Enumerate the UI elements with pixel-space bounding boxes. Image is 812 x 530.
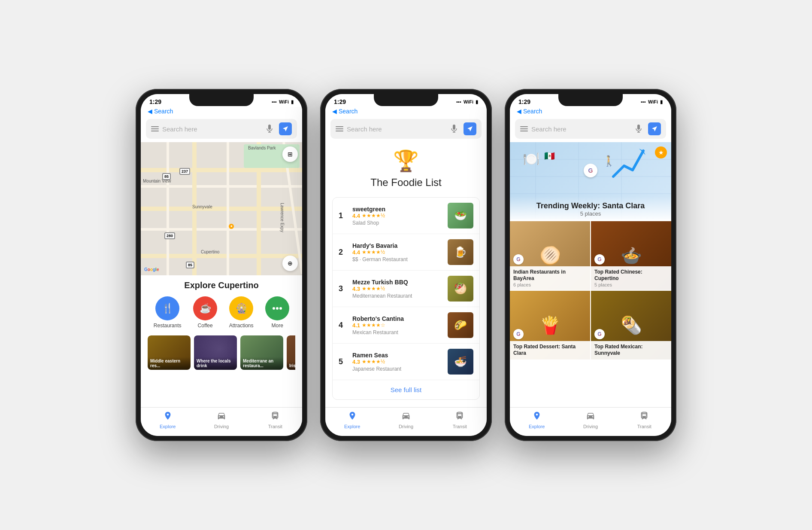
- grid-card-title-4: Top Rated Mexican: Sunnyvale: [594, 344, 668, 357]
- attractions-icon: 🎡: [229, 296, 253, 320]
- google-logo-1: Google: [144, 267, 159, 272]
- map-area-1[interactable]: Bavlands Park Mountain View Sunnyvale Cu…: [141, 142, 302, 275]
- road-h2: [141, 185, 302, 188]
- map-layers-btn-1[interactable]: ⊞: [282, 146, 298, 162]
- explore-title-1: Explore Cupertino: [148, 280, 295, 290]
- food-name-2: Hardy's Bavaria: [352, 242, 442, 249]
- directions-icon-2[interactable]: [464, 122, 476, 135]
- category-attractions[interactable]: 🎡 Attractions: [229, 296, 254, 329]
- wifi-icon-2: WiFi: [464, 99, 473, 104]
- food-rank-4: 4: [339, 321, 347, 330]
- food-item-3[interactable]: 3 Mezze Turkish BBQ 4.3 ★★★★½ Mediterran…: [333, 271, 479, 307]
- hamburger-icon-3[interactable]: [520, 126, 528, 131]
- food-type-2: $$ · German Restaurant: [352, 256, 442, 262]
- svg-point-3: [273, 307, 275, 310]
- food-stars-2: 4.4 ★★★★½: [352, 249, 442, 256]
- phone-2: 1:29 ▪▪▪ WiFi ▮ ◀ Search Search here: [320, 89, 492, 441]
- food-rank-1: 1: [339, 211, 347, 220]
- food-img-3: 🥙: [448, 276, 473, 302]
- battery-icon-2: ▮: [476, 99, 478, 105]
- directions-icon-1[interactable]: [279, 122, 292, 135]
- status-time-3: 1:29: [518, 98, 530, 105]
- hamburger-icon-2[interactable]: [336, 126, 343, 131]
- search-placeholder-2: Search here: [347, 125, 449, 133]
- star-marker: ★: [229, 224, 234, 229]
- photo-1[interactable]: Middle eastern res...: [148, 335, 191, 370]
- tab-driving-2[interactable]: Driving: [379, 411, 433, 429]
- food-item-2[interactable]: 2 Hardy's Bavaria 4.4 ★★★★½ $$ · German …: [333, 234, 479, 271]
- hamburger-icon-1[interactable]: [151, 126, 159, 131]
- grid-card-2[interactable]: 🍲 G Top Rated Chinese: Cupertino 5 place…: [591, 221, 671, 290]
- back-label-3[interactable]: Search: [523, 108, 542, 115]
- food-type-4: Mexican Restaurant: [352, 329, 442, 335]
- tab-transit-1[interactable]: Transit: [248, 411, 302, 429]
- food-list-card: 1 sweetgreen 4.4 ★★★★½ Salad Shop 🥗: [332, 197, 480, 400]
- grid-card-4[interactable]: 🌯 G Top Rated Mexican: Sunnyvale: [591, 291, 671, 359]
- photo-label-1: Middle eastern res...: [148, 357, 191, 370]
- tab-bar-2: Explore Driving Transit: [325, 407, 487, 436]
- tab-transit-label-3: Transit: [637, 424, 651, 429]
- food-stars-5: 4.3 ★★★★½: [352, 359, 442, 365]
- grid-card-3[interactable]: 🍟 G Top Rated Dessert: Santa Clara: [510, 291, 590, 359]
- mic-icon-1[interactable]: [264, 124, 275, 134]
- battery-icon-1: ▮: [291, 99, 294, 105]
- food-rating-2: 4.4: [352, 249, 360, 256]
- tab-driving-3[interactable]: Driving: [564, 411, 617, 429]
- food-img-5: 🍜: [448, 349, 473, 375]
- tab-explore-label-1: Explore: [160, 424, 176, 429]
- search-placeholder-3: Search here: [531, 125, 633, 133]
- directions-icon-3[interactable]: [648, 122, 661, 135]
- photo-4[interactable]: Irish: [287, 335, 295, 370]
- food-item-5[interactable]: 5 Ramen Seas 4.3 ★★★★½ Japanese Restaura…: [333, 344, 479, 380]
- tab-driving-1[interactable]: Driving: [194, 411, 248, 429]
- trophy-icon: 🏆: [332, 149, 480, 173]
- grid-card-1[interactable]: 🫓 G Indian Restaurants in BayArea 6 plac…: [510, 221, 590, 290]
- search-bar-1[interactable]: Search here: [146, 119, 297, 139]
- food-stars-1: 4.4 ★★★★½: [352, 213, 442, 219]
- coffee-icon: ☕: [193, 296, 217, 320]
- search-bar-2[interactable]: Search here: [330, 119, 482, 139]
- food-thumb-5: 🍜: [448, 349, 473, 375]
- tab-explore-2[interactable]: Explore: [325, 411, 379, 429]
- category-coffee[interactable]: ☕ Coffee: [193, 296, 217, 329]
- status-time-1: 1:29: [149, 98, 161, 105]
- foodie-title: The Foodie List: [332, 177, 480, 189]
- flag-emoji: 🇲🇽: [544, 151, 555, 161]
- signal-icon-3: ▪▪▪: [641, 99, 646, 104]
- battery-icon-3: ▮: [660, 99, 663, 105]
- tab-explore-1[interactable]: Explore: [141, 411, 194, 429]
- map-location-btn-1[interactable]: ⊕: [282, 256, 298, 271]
- search-bar-3[interactable]: Search here: [515, 119, 666, 139]
- tab-transit-3[interactable]: Transit: [618, 411, 671, 429]
- phone-1-content: Bavlands Park Mountain View Sunnyvale Cu…: [141, 142, 302, 407]
- food-item-4[interactable]: 4 Roberto's Cantina 4.1 ★★★★☆ Mexican Re…: [333, 307, 479, 344]
- food-info-1: sweetgreen 4.4 ★★★★½ Salad Shop: [352, 206, 442, 226]
- trending-header: 🍽️ 🇲🇽 G ★ 🚶 Trending Weekly: Santa: [510, 142, 671, 219]
- food-stars-4: 4.1 ★★★★☆: [352, 322, 442, 329]
- food-rating-3: 4.3: [352, 286, 360, 292]
- category-restaurants[interactable]: 🍴 Restaurants: [154, 296, 182, 329]
- transit-tab-icon-2: [455, 411, 464, 423]
- category-more[interactable]: More: [265, 296, 289, 329]
- photo-3[interactable]: Mediterrane an restaura...: [240, 335, 283, 370]
- search-icons-3: [633, 122, 661, 135]
- mic-icon-2[interactable]: [449, 124, 459, 134]
- trending-grid: 🫓 G Indian Restaurants in BayArea 6 plac…: [510, 221, 671, 359]
- food-name-4: Roberto's Cantina: [352, 315, 442, 322]
- see-full-list-btn[interactable]: See full list: [333, 380, 479, 399]
- trending-subtitle: 5 places: [517, 210, 664, 217]
- map-label-lawrence: Lawrence Expy: [280, 203, 285, 232]
- food-item-1[interactable]: 1 sweetgreen 4.4 ★★★★½ Salad Shop 🥗: [333, 198, 479, 234]
- explore-tab-icon-2: [348, 411, 357, 423]
- tab-driving-label-3: Driving: [583, 424, 598, 429]
- food-rank-5: 5: [339, 357, 347, 366]
- tab-explore-3[interactable]: Explore: [510, 411, 564, 429]
- back-label-1[interactable]: Search: [154, 108, 173, 115]
- hwy-85-1: 85: [162, 173, 171, 180]
- food-rating-1: 4.4: [352, 213, 360, 219]
- photo-2[interactable]: Where the locals drink: [194, 335, 237, 370]
- tab-transit-2[interactable]: Transit: [433, 411, 487, 429]
- mic-icon-3[interactable]: [633, 124, 644, 134]
- back-label-2[interactable]: Search: [339, 108, 358, 115]
- phone-3-content: 🍽️ 🇲🇽 G ★ 🚶 Trending Weekly: Santa: [510, 142, 671, 407]
